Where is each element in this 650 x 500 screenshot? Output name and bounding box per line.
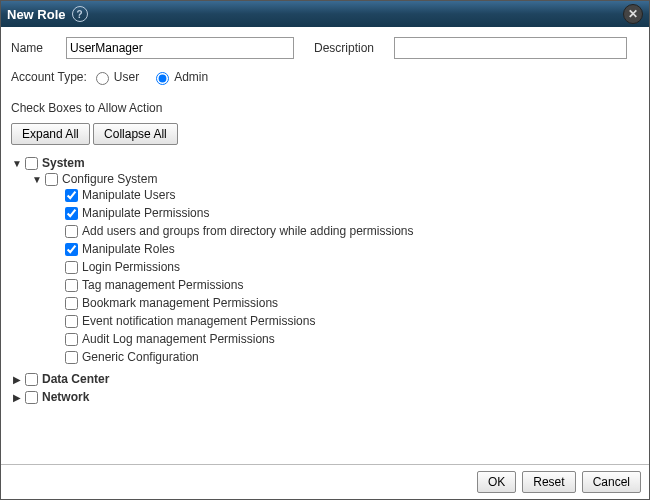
dialog-footer: OK Reset Cancel <box>1 464 649 499</box>
account-type-label: Account Type: <box>11 70 87 84</box>
permission-checkbox[interactable] <box>65 351 78 364</box>
cancel-button[interactable]: Cancel <box>582 471 641 493</box>
titlebar: New Role ? ✕ <box>1 1 649 27</box>
network-node-label: Network <box>42 390 89 404</box>
permission-checkbox[interactable] <box>65 189 78 202</box>
permission-checkbox[interactable] <box>65 333 78 346</box>
account-type-user-label: User <box>114 70 139 84</box>
permissions-header: Check Boxes to Allow Action <box>11 101 639 115</box>
permission-checkbox[interactable] <box>65 279 78 292</box>
collapse-all-button[interactable]: Collapse All <box>93 123 178 145</box>
expand-collapse-row: Expand All Collapse All <box>11 123 639 145</box>
ok-button[interactable]: OK <box>477 471 516 493</box>
permission-checkbox[interactable] <box>65 207 78 220</box>
name-label: Name <box>11 41 66 55</box>
permission-label: Login Permissions <box>82 260 180 274</box>
permission-checkbox[interactable] <box>65 225 78 238</box>
permission-label: Audit Log management Permissions <box>82 332 275 346</box>
toggle-icon[interactable]: ▶ <box>11 392 23 403</box>
permission-label: Generic Configuration <box>82 350 199 364</box>
system-checkbox[interactable] <box>25 157 38 170</box>
dialog-title: New Role <box>7 7 66 22</box>
expand-all-button[interactable]: Expand All <box>11 123 90 145</box>
permission-checkbox[interactable] <box>65 315 78 328</box>
permission-label: Event notification management Permission… <box>82 314 315 328</box>
permissions-tree[interactable]: ▼ System ▼ Configure System ▶Manipulate … <box>11 153 639 464</box>
toggle-icon[interactable]: ▼ <box>11 158 23 169</box>
permission-checkbox[interactable] <box>65 261 78 274</box>
network-checkbox[interactable] <box>25 391 38 404</box>
name-input[interactable] <box>66 37 294 59</box>
account-type-admin-radio[interactable] <box>156 72 169 85</box>
system-node-label: System <box>42 156 85 170</box>
permission-label: Manipulate Permissions <box>82 206 209 220</box>
name-desc-row: Name Description <box>11 37 639 59</box>
account-type-user-radio[interactable] <box>96 72 109 85</box>
account-type-admin-label: Admin <box>174 70 208 84</box>
reset-button[interactable]: Reset <box>522 471 575 493</box>
permission-checkbox[interactable] <box>65 297 78 310</box>
permission-label: Manipulate Roles <box>82 242 175 256</box>
data-center-node-label: Data Center <box>42 372 109 386</box>
new-role-dialog: New Role ? ✕ Name Description Account Ty… <box>0 0 650 500</box>
toggle-icon[interactable]: ▼ <box>31 174 43 185</box>
permission-checkbox[interactable] <box>65 243 78 256</box>
description-input[interactable] <box>394 37 627 59</box>
permission-label: Manipulate Users <box>82 188 175 202</box>
toggle-icon[interactable]: ▶ <box>11 374 23 385</box>
dialog-content: Name Description Account Type: User Admi… <box>1 27 649 464</box>
configure-system-node-label: Configure System <box>62 172 157 186</box>
close-icon[interactable]: ✕ <box>623 4 643 24</box>
help-icon[interactable]: ? <box>72 6 88 22</box>
permission-label: Add users and groups from directory whil… <box>82 224 414 238</box>
data-center-checkbox[interactable] <box>25 373 38 386</box>
description-label: Description <box>314 41 394 55</box>
configure-system-checkbox[interactable] <box>45 173 58 186</box>
permission-label: Tag management Permissions <box>82 278 243 292</box>
account-type-row: Account Type: User Admin <box>11 69 639 85</box>
permission-label: Bookmark management Permissions <box>82 296 278 310</box>
